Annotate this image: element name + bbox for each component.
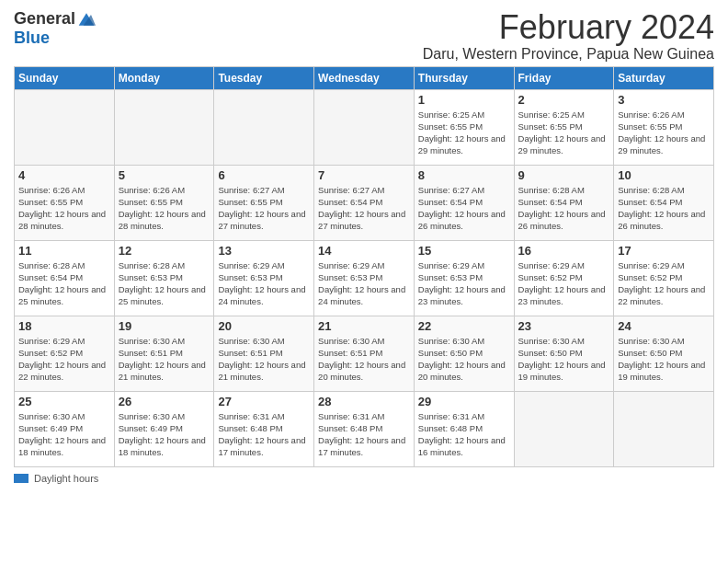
week-row-3: 11Sunrise: 6:28 AM Sunset: 6:54 PM Dayli… bbox=[15, 240, 714, 316]
day-info: Sunrise: 6:30 AM Sunset: 6:50 PM Dayligh… bbox=[618, 335, 710, 384]
day-number: 19 bbox=[119, 319, 210, 333]
calendar-cell: 3Sunrise: 6:26 AM Sunset: 6:55 PM Daylig… bbox=[614, 89, 714, 165]
day-header-thursday: Thursday bbox=[414, 66, 514, 89]
day-number: 12 bbox=[119, 244, 210, 258]
day-header-sunday: Sunday bbox=[15, 66, 115, 89]
calendar-cell: 29Sunrise: 6:31 AM Sunset: 6:48 PM Dayli… bbox=[414, 391, 514, 466]
day-number: 21 bbox=[318, 319, 410, 333]
day-number: 26 bbox=[119, 395, 210, 408]
calendar-cell: 9Sunrise: 6:28 AM Sunset: 6:54 PM Daylig… bbox=[514, 165, 614, 240]
day-number: 13 bbox=[218, 244, 310, 258]
calendar-cell: 12Sunrise: 6:28 AM Sunset: 6:53 PM Dayli… bbox=[114, 240, 214, 316]
calendar-cell: 6Sunrise: 6:27 AM Sunset: 6:55 PM Daylig… bbox=[214, 165, 314, 240]
day-info: Sunrise: 6:29 AM Sunset: 6:53 PM Dayligh… bbox=[218, 259, 310, 308]
calendar-cell: 25Sunrise: 6:30 AM Sunset: 6:49 PM Dayli… bbox=[15, 391, 115, 466]
calendar-cell: 8Sunrise: 6:27 AM Sunset: 6:54 PM Daylig… bbox=[414, 165, 514, 240]
day-number: 8 bbox=[418, 168, 510, 182]
week-row-5: 25Sunrise: 6:30 AM Sunset: 6:49 PM Dayli… bbox=[15, 391, 714, 466]
calendar-cell: 5Sunrise: 6:26 AM Sunset: 6:55 PM Daylig… bbox=[114, 165, 214, 240]
day-info: Sunrise: 6:31 AM Sunset: 6:48 PM Dayligh… bbox=[418, 410, 510, 459]
day-info: Sunrise: 6:29 AM Sunset: 6:53 PM Dayligh… bbox=[318, 259, 410, 308]
day-info: Sunrise: 6:25 AM Sunset: 6:55 PM Dayligh… bbox=[518, 109, 610, 157]
logo-blue-text: Blue bbox=[14, 29, 50, 48]
day-info: Sunrise: 6:27 AM Sunset: 6:55 PM Dayligh… bbox=[218, 184, 310, 233]
logo-icon bbox=[77, 10, 96, 29]
calendar-cell: 17Sunrise: 6:29 AM Sunset: 6:52 PM Dayli… bbox=[614, 240, 714, 316]
day-info: Sunrise: 6:29 AM Sunset: 6:52 PM Dayligh… bbox=[618, 259, 710, 308]
daylight-label: Daylight hours bbox=[34, 473, 98, 484]
day-number: 22 bbox=[418, 319, 510, 333]
day-number: 4 bbox=[18, 168, 110, 182]
calendar-cell: 23Sunrise: 6:30 AM Sunset: 6:50 PM Dayli… bbox=[514, 316, 614, 391]
header: General Blue February 2024 Daru, Western… bbox=[14, 9, 714, 63]
calendar-cell: 22Sunrise: 6:30 AM Sunset: 6:50 PM Dayli… bbox=[414, 316, 514, 391]
day-info: Sunrise: 6:27 AM Sunset: 6:54 PM Dayligh… bbox=[318, 184, 410, 233]
calendar-cell: 4Sunrise: 6:26 AM Sunset: 6:55 PM Daylig… bbox=[15, 165, 115, 240]
day-number: 25 bbox=[18, 395, 110, 408]
day-info: Sunrise: 6:30 AM Sunset: 6:49 PM Dayligh… bbox=[119, 410, 210, 459]
calendar-cell: 11Sunrise: 6:28 AM Sunset: 6:54 PM Dayli… bbox=[15, 240, 115, 316]
day-header-tuesday: Tuesday bbox=[214, 66, 314, 89]
calendar-cell: 16Sunrise: 6:29 AM Sunset: 6:52 PM Dayli… bbox=[514, 240, 614, 316]
calendar-cell: 19Sunrise: 6:30 AM Sunset: 6:51 PM Dayli… bbox=[114, 316, 214, 391]
calendar-cell: 26Sunrise: 6:30 AM Sunset: 6:49 PM Dayli… bbox=[114, 391, 214, 466]
day-info: Sunrise: 6:26 AM Sunset: 6:55 PM Dayligh… bbox=[119, 184, 210, 233]
calendar-cell: 14Sunrise: 6:29 AM Sunset: 6:53 PM Dayli… bbox=[314, 240, 415, 316]
footer: Daylight hours bbox=[14, 473, 714, 484]
calendar-cell: 13Sunrise: 6:29 AM Sunset: 6:53 PM Dayli… bbox=[214, 240, 314, 316]
day-number: 24 bbox=[618, 319, 710, 333]
day-info: Sunrise: 6:28 AM Sunset: 6:54 PM Dayligh… bbox=[518, 184, 610, 233]
day-number: 27 bbox=[218, 395, 310, 408]
calendar-cell bbox=[614, 391, 714, 466]
day-info: Sunrise: 6:29 AM Sunset: 6:52 PM Dayligh… bbox=[518, 259, 610, 308]
day-info: Sunrise: 6:30 AM Sunset: 6:49 PM Dayligh… bbox=[18, 410, 110, 459]
day-info: Sunrise: 6:30 AM Sunset: 6:51 PM Dayligh… bbox=[119, 335, 210, 384]
day-info: Sunrise: 6:29 AM Sunset: 6:52 PM Dayligh… bbox=[18, 335, 110, 384]
day-info: Sunrise: 6:30 AM Sunset: 6:51 PM Dayligh… bbox=[218, 335, 310, 384]
daylight-legend-box bbox=[14, 474, 28, 483]
day-number: 1 bbox=[418, 93, 510, 107]
title-section: February 2024 Daru, Western Province, Pa… bbox=[423, 9, 714, 63]
calendar-cell bbox=[214, 89, 314, 165]
day-info: Sunrise: 6:27 AM Sunset: 6:54 PM Dayligh… bbox=[418, 184, 510, 233]
day-info: Sunrise: 6:30 AM Sunset: 6:50 PM Dayligh… bbox=[418, 335, 510, 384]
day-header-friday: Friday bbox=[514, 66, 614, 89]
day-info: Sunrise: 6:25 AM Sunset: 6:55 PM Dayligh… bbox=[418, 109, 510, 157]
day-number: 28 bbox=[318, 395, 410, 408]
day-number: 11 bbox=[18, 244, 110, 258]
calendar-cell: 1Sunrise: 6:25 AM Sunset: 6:55 PM Daylig… bbox=[414, 89, 514, 165]
day-info: Sunrise: 6:31 AM Sunset: 6:48 PM Dayligh… bbox=[218, 410, 310, 459]
day-header-monday: Monday bbox=[114, 66, 214, 89]
calendar-table: SundayMondayTuesdayWednesdayThursdayFrid… bbox=[14, 66, 714, 467]
day-number: 5 bbox=[119, 168, 210, 182]
day-number: 6 bbox=[218, 168, 310, 182]
day-number: 3 bbox=[618, 93, 710, 107]
calendar-cell: 2Sunrise: 6:25 AM Sunset: 6:55 PM Daylig… bbox=[514, 89, 614, 165]
day-number: 7 bbox=[318, 168, 410, 182]
day-info: Sunrise: 6:28 AM Sunset: 6:53 PM Dayligh… bbox=[119, 259, 210, 308]
day-number: 10 bbox=[618, 168, 710, 182]
day-number: 17 bbox=[618, 244, 710, 258]
logo: General Blue bbox=[14, 9, 96, 48]
day-info: Sunrise: 6:31 AM Sunset: 6:48 PM Dayligh… bbox=[318, 410, 410, 459]
calendar-cell: 18Sunrise: 6:29 AM Sunset: 6:52 PM Dayli… bbox=[15, 316, 115, 391]
day-number: 15 bbox=[418, 244, 510, 258]
calendar-cell: 20Sunrise: 6:30 AM Sunset: 6:51 PM Dayli… bbox=[214, 316, 314, 391]
day-info: Sunrise: 6:28 AM Sunset: 6:54 PM Dayligh… bbox=[618, 184, 710, 233]
calendar-cell: 15Sunrise: 6:29 AM Sunset: 6:53 PM Dayli… bbox=[414, 240, 514, 316]
day-info: Sunrise: 6:30 AM Sunset: 6:50 PM Dayligh… bbox=[518, 335, 610, 384]
calendar-cell: 24Sunrise: 6:30 AM Sunset: 6:50 PM Dayli… bbox=[614, 316, 714, 391]
day-info: Sunrise: 6:28 AM Sunset: 6:54 PM Dayligh… bbox=[18, 259, 110, 308]
calendar-cell: 7Sunrise: 6:27 AM Sunset: 6:54 PM Daylig… bbox=[314, 165, 415, 240]
day-number: 9 bbox=[518, 168, 610, 182]
day-info: Sunrise: 6:26 AM Sunset: 6:55 PM Dayligh… bbox=[618, 109, 710, 157]
day-number: 20 bbox=[218, 319, 310, 333]
day-number: 29 bbox=[418, 395, 510, 408]
day-info: Sunrise: 6:26 AM Sunset: 6:55 PM Dayligh… bbox=[18, 184, 110, 233]
calendar-cell bbox=[514, 391, 614, 466]
week-row-1: 1Sunrise: 6:25 AM Sunset: 6:55 PM Daylig… bbox=[15, 89, 714, 165]
week-row-2: 4Sunrise: 6:26 AM Sunset: 6:55 PM Daylig… bbox=[15, 165, 714, 240]
location-title: Daru, Western Province, Papua New Guinea bbox=[423, 46, 714, 63]
calendar-cell bbox=[114, 89, 214, 165]
day-header-wednesday: Wednesday bbox=[314, 66, 415, 89]
